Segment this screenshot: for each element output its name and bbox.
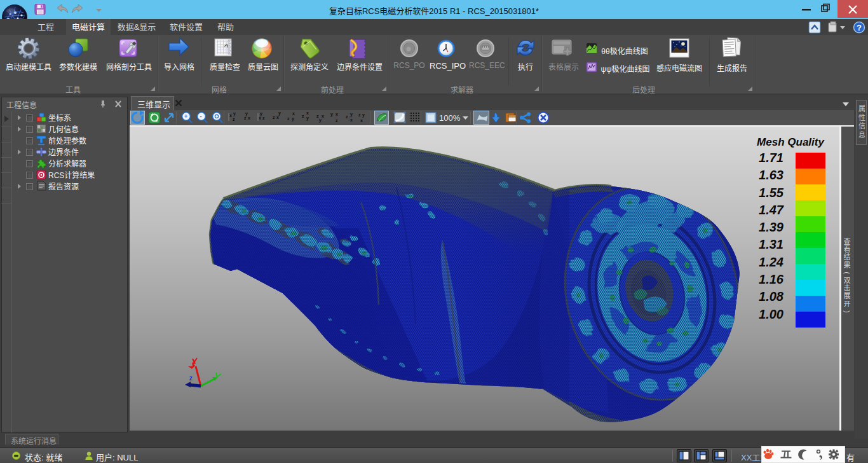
svg-text:100%: 100%	[439, 113, 461, 123]
svg-text:x: x	[306, 111, 309, 115]
svg-text:x: x	[350, 118, 353, 122]
svg-text:x: x	[259, 116, 261, 120]
svg-text:z: z	[287, 116, 290, 121]
svg-text:x: x	[292, 111, 295, 116]
svg-text:z: z	[302, 114, 304, 118]
svg-text:z: z	[189, 375, 193, 382]
svg-text:y: y	[245, 111, 248, 116]
svg-text:z: z	[262, 116, 265, 120]
svg-text:z: z	[346, 114, 348, 119]
svg-text:y: y	[362, 113, 365, 118]
svg-text:z: z	[273, 115, 275, 120]
svg-text:z: z	[244, 116, 247, 120]
svg-text:-: -	[200, 113, 202, 120]
svg-text:y: y	[233, 111, 236, 116]
svg-text:y: y	[292, 116, 294, 121]
svg-text:z: z	[233, 117, 235, 121]
svg-text:x: x	[229, 113, 232, 118]
svg-text:x: x	[336, 112, 338, 116]
svg-text:x: x	[360, 118, 363, 123]
svg-text:z: z	[336, 118, 338, 123]
svg-text:x: x	[248, 116, 250, 120]
svg-text:x: x	[276, 115, 279, 120]
svg-text:x: x	[322, 114, 324, 118]
svg-text:y: y	[306, 116, 309, 121]
svg-text:y: y	[350, 112, 353, 117]
svg-text:z: z	[358, 113, 361, 117]
svg-text:y: y	[260, 111, 262, 116]
svg-text:?: ?	[857, 23, 862, 32]
svg-text:y: y	[278, 111, 281, 116]
svg-text:+: +	[184, 113, 187, 120]
